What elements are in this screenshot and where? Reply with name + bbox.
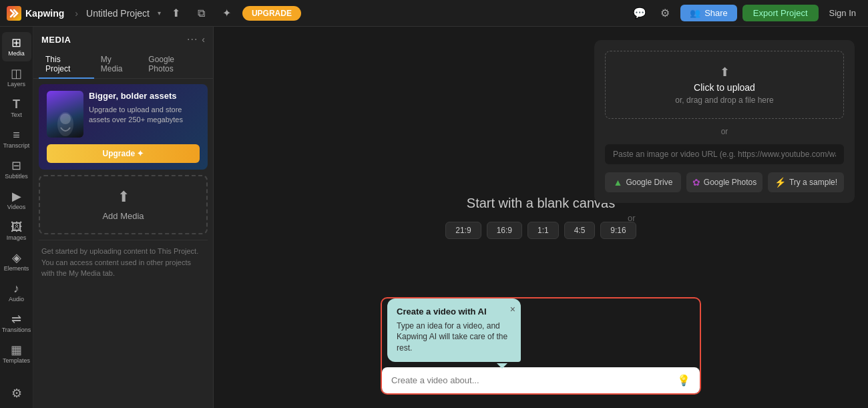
ratio-1-1[interactable]: 1:1: [527, 222, 559, 239]
share-icon: 👥: [690, 8, 700, 18]
sidebar-item-videos[interactable]: ▶ Videos: [2, 186, 31, 215]
media-icon: ⊞: [11, 37, 21, 49]
sidebar-item-media[interactable]: ⊞ Media: [2, 32, 31, 61]
sidebar-item-transitions[interactable]: ⇌ Transitions: [2, 309, 31, 338]
brightness-icon-btn[interactable]: ✦: [217, 3, 237, 23]
add-media-label: Add Media: [102, 211, 144, 221]
text-icon: T: [13, 98, 20, 110]
canvas-area[interactable]: Start with a blank canvas 21:9 16:9 1:1 …: [214, 27, 868, 408]
ai-bubble-close-button[interactable]: ×: [510, 304, 515, 315]
signin-button[interactable]: Sign In: [824, 5, 861, 21]
share-label: Share: [704, 8, 728, 18]
panel-tabs: This Project My Media Google Photos: [33, 51, 213, 79]
breadcrumb-sep: ›: [75, 8, 78, 19]
upload-icon-btn[interactable]: ⬆: [166, 3, 186, 23]
brand-name: Kapwing: [25, 8, 64, 19]
comment-icon-btn[interactable]: 💬: [630, 3, 650, 23]
sidebar-item-label-audio: Audio: [9, 296, 24, 302]
transcript-icon: ≡: [13, 129, 20, 141]
add-media-button[interactable]: ⬆ Add Media: [39, 175, 208, 234]
url-input[interactable]: [613, 150, 836, 159]
svg-point-1: [60, 114, 71, 124]
sidebar-item-transcript[interactable]: ≡ Transcript: [2, 124, 31, 154]
or-divider: or: [605, 127, 844, 136]
export-button[interactable]: Export Project: [742, 5, 819, 21]
sidebar-item-templates[interactable]: ▦ Templates: [2, 339, 31, 369]
upgrade-banner-button[interactable]: Upgrade ✦: [47, 144, 200, 163]
service-buttons: ▲ Google Drive ✿ Google Photos ⚡ Try a s…: [605, 172, 844, 192]
share-button[interactable]: 👥 Share: [680, 5, 737, 21]
blank-canvas-label: Start with a blank canvas: [467, 196, 615, 211]
upload-dropzone[interactable]: ⬆ Click to upload or, drag and drop a fi…: [605, 51, 844, 119]
panel-title: MEDIA: [41, 35, 71, 45]
upload-title: Click to upload: [619, 82, 830, 93]
google-drive-label: Google Drive: [626, 178, 672, 187]
ai-create-popup: × Create a video with AI Type an idea fo…: [381, 297, 701, 395]
try-sample-button[interactable]: ⚡ Try a sample!: [768, 172, 844, 192]
tab-this-project[interactable]: This Project: [39, 51, 94, 79]
sidebar-item-label-templates: Templates: [3, 357, 30, 364]
panel-collapse-button[interactable]: ‹: [202, 34, 205, 45]
tab-my-media[interactable]: My Media: [94, 51, 142, 79]
ratio-buttons: 21:9 16:9 1:1 4:5 9:16: [445, 222, 636, 239]
images-icon: 🖼: [11, 221, 23, 233]
or-canvas-label: or: [628, 212, 636, 222]
ai-bubble: × Create a video with AI Type an idea fo…: [387, 298, 521, 362]
ai-lightbulb-icon: 💡: [677, 374, 690, 387]
icon-sidebar: ⊞ Media ◫ Layers T Text ≡ Transcript ⊟ S…: [0, 27, 33, 408]
audio-icon: ♪: [13, 282, 19, 294]
upgrade-button[interactable]: UPGRADE: [242, 6, 301, 21]
videos-icon: ▶: [12, 190, 21, 202]
panel-divider: [39, 240, 208, 240]
upgrade-banner-content: Bigger, bolder assets Upgrade to upload …: [39, 84, 208, 144]
banner-thumb-graphic: [47, 91, 83, 138]
google-photos-label: Google Photos: [704, 178, 756, 187]
sidebar-item-label-images: Images: [7, 234, 27, 241]
ai-video-input[interactable]: [391, 375, 672, 385]
project-chevron-icon[interactable]: ▾: [158, 9, 161, 17]
templates-icon: ▦: [11, 344, 22, 356]
tab-google-photos[interactable]: Google Photos: [142, 51, 208, 79]
sidebar-item-label-text: Text: [11, 112, 22, 118]
try-sample-label: Try a sample!: [789, 178, 837, 187]
banner-heading: Bigger, bolder assets: [89, 91, 200, 102]
sidebar-item-text[interactable]: T Text: [2, 93, 31, 123]
sidebar-item-audio[interactable]: ♪ Audio: [2, 278, 31, 307]
ratio-21-9[interactable]: 21:9: [445, 222, 481, 239]
sidebar-item-settings[interactable]: ⚙: [2, 379, 31, 408]
media-panel: MEDIA ··· ‹ This Project My Media Google…: [33, 27, 214, 408]
ratio-9-16[interactable]: 9:16: [600, 222, 636, 239]
sidebar-item-label-elements: Elements: [4, 265, 29, 272]
ratio-4-5[interactable]: 4:5: [564, 222, 596, 239]
sidebar-item-label-transcript: Transcript: [3, 142, 30, 149]
subtitles-icon: ⊟: [11, 160, 21, 172]
sidebar-item-images[interactable]: 🖼 Images: [2, 216, 31, 246]
banner-description: Upgrade to upload and store assets over …: [89, 105, 200, 126]
ai-bubble-text: Type an idea for a video, and Kapwing AI…: [397, 321, 511, 354]
layers-icon: ◫: [11, 67, 22, 79]
upload-add-icon: ⬆: [118, 188, 130, 206]
sidebar-item-subtitles[interactable]: ⊟ Subtitles: [2, 155, 31, 184]
google-photos-icon: ✿: [692, 177, 700, 188]
duplicate-icon-btn[interactable]: ⧉: [192, 3, 212, 23]
sidebar-item-layers[interactable]: ◫ Layers: [2, 63, 31, 92]
settings-icon-btn[interactable]: ⚙: [655, 3, 675, 23]
panel-more-button[interactable]: ···: [187, 33, 198, 45]
ai-bubble-title: Create a video with AI: [397, 307, 511, 317]
ratio-16-9[interactable]: 16:9: [487, 222, 522, 239]
settings-nav-icon: ⚙: [11, 387, 22, 399]
project-name[interactable]: Untitled Project: [86, 8, 150, 19]
google-photos-button[interactable]: ✿ Google Photos: [686, 172, 763, 192]
banner-text-content: Bigger, bolder assets Upgrade to upload …: [89, 91, 200, 138]
transitions-icon: ⇌: [11, 313, 21, 325]
sidebar-item-elements[interactable]: ◈ Elements: [2, 247, 31, 276]
google-drive-icon: ▲: [614, 177, 623, 188]
upload-url-bar: [605, 144, 844, 164]
kapwing-logo-icon: [7, 6, 21, 21]
sidebar-item-label-videos: Videos: [7, 204, 25, 210]
sample-icon: ⚡: [775, 177, 786, 188]
upgrade-banner: Bigger, bolder assets Upgrade to upload …: [39, 84, 208, 170]
ai-input-bar: 💡: [382, 367, 700, 393]
upload-cloud-icon: ⬆: [619, 65, 830, 79]
google-drive-button[interactable]: ▲ Google Drive: [605, 172, 681, 192]
